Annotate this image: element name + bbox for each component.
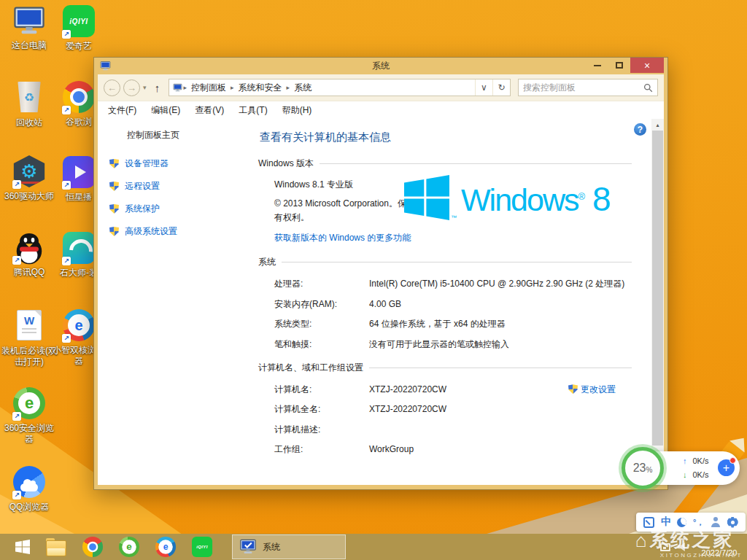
menu-view[interactable]: 查看(V) — [195, 104, 224, 117]
menu-edit[interactable]: 编辑(E) — [151, 104, 180, 117]
sidebar-item-control-panel-home[interactable]: 控制面板主页 — [127, 129, 249, 141]
desktop-icon-360-browser[interactable]: e ↗ 360安全浏览器 — [1, 386, 57, 445]
desktop-icon-iqiyi[interactable]: iQIYI ↗ 爱奇艺 — [51, 4, 107, 52]
taskbar-item-explorer[interactable] — [38, 534, 74, 560]
sidebar: 控制面板主页 设备管理器 远程设置 系统保护 高级系统设置 — [98, 119, 249, 485]
uac-shield-icon — [109, 182, 119, 191]
handwriting-icon[interactable] — [643, 517, 654, 528]
net-speed-widget: 23% ↑0K/s ↓0K/s + — [622, 445, 740, 491]
recycle-bin-icon: ♻ — [17, 82, 42, 112]
taskbar-item-xiaozhi[interactable]: e — [147, 534, 184, 560]
search-icon[interactable] — [643, 83, 653, 93]
section-computer-name: 计算机名、域和工作组设置 计算机名: XTZJ-20220720CW 更改设置 … — [258, 362, 632, 456]
desktop-icon-readme[interactable]: W 装机后必读(双击打开) — [1, 308, 57, 368]
up-button[interactable]: ↑ — [150, 82, 166, 94]
network-tray-icon[interactable] — [660, 543, 670, 551]
address-dropdown-button[interactable]: ∨ — [475, 79, 492, 96]
sidebar-item-label: 系统保护 — [125, 203, 160, 215]
menu-file[interactable]: 文件(F) — [108, 104, 136, 117]
desktop-icon-recycle-bin[interactable]: ♻ 回收站 — [1, 80, 57, 128]
desktop-icon-label: 360安全浏览器 — [1, 423, 57, 445]
shortcut-arrow-icon: ↗ — [12, 180, 21, 189]
scrollbar-thumb[interactable] — [652, 131, 663, 446]
info-row-processor: 处理器: Intel(R) Core(TM) i5-10400 CPU @ 2.… — [274, 277, 632, 291]
breadcrumb-system-security[interactable]: 系统和安全 — [236, 82, 285, 94]
system-tray: 2022/7/20 — [660, 534, 747, 560]
desktop-icon-tencent-qq[interactable]: ↗ 腾讯QQ — [1, 231, 57, 278]
help-button[interactable]: ? — [634, 123, 646, 136]
search-input[interactable] — [523, 82, 643, 93]
taskbar-item-iqiyi[interactable]: iQIYI — [184, 534, 220, 560]
uac-shield-icon — [109, 159, 119, 168]
sidebar-item-label: 远程设置 — [125, 180, 160, 192]
main-content: 查看有关计算机的基本信息 Windows 版本 Windows 8.1 专业版 … — [249, 119, 664, 485]
desktop-icon-360-driver[interactable]: ⚙ ↗ 360驱动大师 — [1, 155, 57, 202]
taskbar-task-label: 系统 — [263, 541, 280, 553]
volume-tray-icon[interactable] — [678, 542, 687, 551]
minimize-button[interactable] — [587, 58, 608, 73]
gear-icon[interactable] — [727, 517, 738, 528]
info-row-system-type: 系统类型: 64 位操作系统，基于 x64 的处理器 — [274, 317, 632, 331]
section-heading: Windows 版本 — [258, 158, 320, 170]
section-system: 系统 处理器: Intel(R) Core(TM) i5-10400 CPU @… — [258, 256, 632, 351]
titlebar[interactable]: 系统 × — [98, 58, 664, 74]
maximize-button[interactable] — [608, 58, 630, 73]
history-dropdown-icon[interactable]: ▾ — [143, 84, 147, 91]
iqiyi-icon: iQIYI — [192, 537, 212, 557]
breadcrumb-separator-icon: ▸ — [285, 84, 292, 91]
back-button[interactable]: ← — [104, 79, 120, 96]
sidebar-item-device-manager[interactable]: 设备管理器 — [109, 158, 249, 170]
sidebar-item-remote-settings[interactable]: 远程设置 — [109, 180, 249, 192]
cpu-usage-circle[interactable]: 23% — [622, 447, 664, 489]
breadcrumb-system[interactable]: 系统 — [291, 82, 314, 94]
get-new-windows-link[interactable]: 获取新版本的 Windows 的更多功能 — [274, 231, 420, 244]
address-bar[interactable]: ▸ 控制面板 ▸ 系统和安全 ▸ 系统 ∨ ↻ — [169, 79, 511, 96]
sidebar-item-advanced-settings[interactable]: 高级系统设置 — [109, 225, 249, 238]
xiaozhi-browser-icon: e — [155, 537, 176, 557]
start-button[interactable] — [7, 534, 38, 560]
scrollbar[interactable]: ▴ ▾ — [651, 119, 664, 485]
menu-tools[interactable]: 工具(T) — [239, 104, 267, 117]
shortcut-arrow-icon: ↗ — [12, 256, 21, 265]
breadcrumb-control-panel[interactable]: 控制面板 — [188, 82, 229, 94]
uac-shield-icon — [109, 227, 119, 236]
shortcut-arrow-icon: ↗ — [62, 181, 71, 190]
row-value: WorkGroup — [369, 443, 632, 456]
trademark-symbol: ™ — [451, 214, 457, 221]
section-windows-version: Windows 版本 Windows 8.1 专业版 © 2013 Micros… — [258, 158, 632, 244]
account-icon[interactable] — [711, 517, 721, 527]
info-row-full-name: 计算机全名: XTZJ-20220720CW — [274, 402, 632, 416]
desktop-icon-qq-browser[interactable]: ↗ QQ浏览器 — [1, 465, 57, 513]
upload-speed: 0K/s — [693, 454, 709, 468]
breadcrumb-separator-icon: ▸ — [229, 84, 236, 91]
system-task-icon — [239, 538, 257, 556]
input-method-bar: 中 °， — [636, 513, 746, 532]
change-settings-link[interactable]: 更改设置 — [568, 383, 616, 397]
taskbar-item-chrome[interactable] — [74, 534, 111, 560]
desktop-icon-label: 爱奇艺 — [51, 41, 107, 52]
uac-shield-icon — [109, 204, 119, 214]
row-label: 工作组: — [274, 443, 369, 456]
up-icon: ↑ — [155, 82, 160, 94]
close-button[interactable]: × — [630, 58, 664, 73]
page-title: 查看有关计算机的基本信息 — [260, 131, 632, 144]
menu-help[interactable]: 帮助(H) — [282, 104, 312, 117]
document-icon: W — [17, 310, 42, 341]
taskbar-clock[interactable]: 2022/7/20 — [694, 534, 744, 560]
taskbar-active-task-system[interactable]: 系统 — [232, 534, 346, 559]
fullwidth-moon-icon[interactable] — [677, 518, 686, 527]
maximize-icon — [616, 62, 623, 69]
uac-shield-icon — [568, 384, 578, 394]
refresh-button[interactable]: ↻ — [492, 79, 510, 96]
taskbar-item-360-browser[interactable]: e — [111, 534, 147, 560]
row-label: 笔和触摸: — [274, 338, 369, 351]
menu-bar: 文件(F) 编辑(E) 查看(V) 工具(T) 帮助(H) — [98, 101, 664, 119]
language-mode-button[interactable]: 中 — [661, 516, 671, 529]
forward-button[interactable]: → — [123, 79, 140, 96]
sidebar-item-system-protection[interactable]: 系统保护 — [109, 203, 249, 215]
close-icon: × — [644, 61, 650, 71]
sidebar-item-label: 设备管理器 — [125, 158, 169, 170]
punctuation-mode-button[interactable]: °， — [693, 517, 704, 528]
desktop-icon-this-pc[interactable]: 这台电脑 — [1, 4, 57, 51]
scroll-up-icon[interactable]: ▴ — [651, 119, 664, 131]
